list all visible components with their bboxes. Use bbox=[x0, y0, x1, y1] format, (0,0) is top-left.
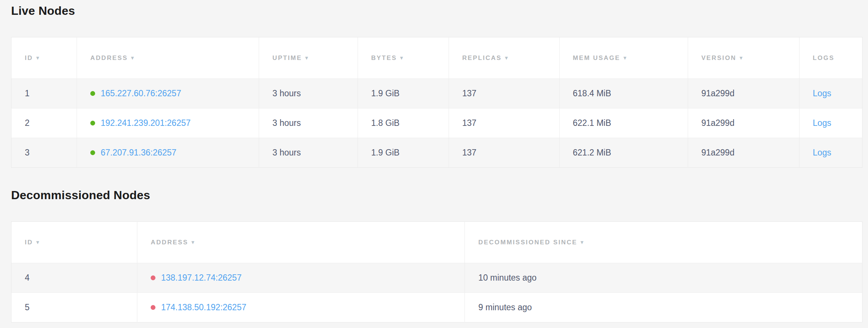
sort-arrow-icon: ▾ bbox=[192, 239, 194, 245]
cell-node-id: 5 bbox=[11, 293, 137, 322]
column-header-label: UPTIME bbox=[272, 54, 302, 61]
cell-version: 91a299d bbox=[688, 79, 799, 108]
column-header-label: MEM USAGE bbox=[573, 54, 620, 61]
column-header-label: ADDRESS bbox=[90, 54, 128, 61]
decommissioned-nodes-table: ID▾ ADDRESS▾ DECOMMISSIONED SINCE▾ 4 138… bbox=[11, 221, 862, 322]
cell-bytes: 1.9 GiB bbox=[358, 79, 449, 108]
sort-arrow-icon: ▾ bbox=[36, 239, 39, 245]
live-status-dot-icon bbox=[90, 121, 95, 125]
cell-mem-usage: 622.1 MiB bbox=[559, 108, 688, 138]
cell-node-address: 165.227.60.76:26257 bbox=[77, 79, 259, 108]
live-status-dot-icon bbox=[90, 150, 95, 155]
node-address-link[interactable]: 165.227.60.76:26257 bbox=[101, 88, 181, 98]
cell-uptime: 3 hours bbox=[259, 138, 358, 168]
column-header-id[interactable]: ID▾ bbox=[11, 222, 137, 263]
column-header-replicas[interactable]: REPLICAS▾ bbox=[449, 37, 559, 79]
decommissioned-status-dot-icon bbox=[151, 305, 155, 310]
nodes-page: Live Nodes ID▾ ADDRESS▾ UPTIME▾ BYTES▾ R… bbox=[0, 0, 868, 322]
cell-node-address: 138.197.12.74:26257 bbox=[137, 263, 465, 293]
column-header-version[interactable]: VERSION▾ bbox=[688, 37, 799, 79]
cell-node-id: 4 bbox=[11, 263, 137, 293]
live-node-row: 3 67.207.91.36:26257 3 hours 1.9 GiB 137… bbox=[11, 138, 862, 168]
sort-arrow-icon: ▾ bbox=[581, 239, 583, 245]
column-header-decommissioned-since[interactable]: DECOMMISSIONED SINCE▾ bbox=[465, 222, 862, 263]
cell-bytes: 1.8 GiB bbox=[358, 108, 449, 138]
column-header-label: DECOMMISSIONED SINCE bbox=[478, 239, 577, 246]
column-header-label: ID bbox=[25, 54, 33, 61]
cell-node-address: 192.241.239.201:26257 bbox=[77, 108, 259, 138]
column-header-label: VERSION bbox=[701, 54, 737, 61]
sort-arrow-icon: ▾ bbox=[36, 55, 39, 61]
logs-link[interactable]: Logs bbox=[813, 148, 831, 157]
column-header-uptime[interactable]: UPTIME▾ bbox=[259, 37, 358, 79]
cell-logs: Logs bbox=[799, 79, 862, 108]
sort-arrow-icon: ▾ bbox=[505, 55, 507, 61]
live-node-row: 2 192.241.239.201:26257 3 hours 1.8 GiB … bbox=[11, 108, 862, 138]
node-address-link[interactable]: 67.207.91.36:26257 bbox=[101, 148, 177, 157]
node-address-link[interactable]: 138.197.12.74:26257 bbox=[161, 273, 241, 282]
logs-link[interactable]: Logs bbox=[813, 118, 831, 128]
column-header-mem-usage[interactable]: MEM USAGE▾ bbox=[559, 37, 688, 79]
cell-decommissioned-since: 10 minutes ago bbox=[465, 263, 862, 293]
node-address-link[interactable]: 174.138.50.192:26257 bbox=[161, 302, 246, 312]
cell-uptime: 3 hours bbox=[259, 79, 358, 108]
decommissioned-node-row: 4 138.197.12.74:26257 10 minutes ago bbox=[11, 263, 862, 293]
column-header-id[interactable]: ID▾ bbox=[11, 37, 77, 79]
column-header-address[interactable]: ADDRESS▾ bbox=[137, 222, 465, 263]
cell-replicas: 137 bbox=[449, 108, 559, 138]
cell-node-id: 1 bbox=[11, 79, 77, 108]
column-header-label: LOGS bbox=[813, 54, 835, 61]
cell-node-address: 67.207.91.36:26257 bbox=[77, 138, 259, 168]
cell-bytes: 1.9 GiB bbox=[358, 138, 449, 168]
node-address-link[interactable]: 192.241.239.201:26257 bbox=[101, 118, 191, 128]
cell-version: 91a299d bbox=[688, 138, 799, 168]
cell-replicas: 137 bbox=[449, 138, 559, 168]
decommissioned-status-dot-icon bbox=[151, 275, 155, 280]
cell-logs: Logs bbox=[799, 138, 862, 168]
decommissioned-nodes-title: Decommissioned Nodes bbox=[11, 187, 862, 203]
live-node-row: 1 165.227.60.76:26257 3 hours 1.9 GiB 13… bbox=[11, 79, 862, 108]
column-header-address[interactable]: ADDRESS▾ bbox=[77, 37, 259, 79]
column-header-label: ID bbox=[25, 239, 33, 246]
live-nodes-table: ID▾ ADDRESS▾ UPTIME▾ BYTES▾ REPLICAS▾ ME… bbox=[11, 37, 862, 168]
column-header-logs: LOGS bbox=[799, 37, 862, 79]
cell-node-id: 2 bbox=[11, 108, 77, 138]
decommissioned-nodes-header-row: ID▾ ADDRESS▾ DECOMMISSIONED SINCE▾ bbox=[11, 222, 862, 263]
cell-node-id: 3 bbox=[11, 138, 77, 168]
cell-mem-usage: 618.4 MiB bbox=[559, 79, 688, 108]
live-status-dot-icon bbox=[90, 91, 95, 96]
cell-replicas: 137 bbox=[449, 79, 559, 108]
cell-logs: Logs bbox=[799, 108, 862, 138]
cell-mem-usage: 621.2 MiB bbox=[559, 138, 688, 168]
column-header-label: REPLICAS bbox=[462, 54, 502, 61]
cell-decommissioned-since: 9 minutes ago bbox=[465, 293, 862, 322]
sort-arrow-icon: ▾ bbox=[131, 55, 134, 61]
column-header-bytes[interactable]: BYTES▾ bbox=[358, 37, 449, 79]
sort-arrow-icon: ▾ bbox=[624, 55, 626, 61]
sort-arrow-icon: ▾ bbox=[740, 55, 742, 61]
sort-arrow-icon: ▾ bbox=[305, 55, 308, 61]
column-header-label: ADDRESS bbox=[151, 239, 188, 246]
column-header-label: BYTES bbox=[371, 54, 397, 61]
cell-version: 91a299d bbox=[688, 108, 799, 138]
cell-uptime: 3 hours bbox=[259, 108, 358, 138]
cell-node-address: 174.138.50.192:26257 bbox=[137, 293, 465, 322]
live-nodes-header-row: ID▾ ADDRESS▾ UPTIME▾ BYTES▾ REPLICAS▾ ME… bbox=[11, 37, 862, 79]
live-nodes-title: Live Nodes bbox=[11, 3, 862, 19]
sort-arrow-icon: ▾ bbox=[400, 55, 403, 61]
decommissioned-node-row: 5 174.138.50.192:26257 9 minutes ago bbox=[11, 293, 862, 322]
logs-link[interactable]: Logs bbox=[813, 88, 831, 98]
